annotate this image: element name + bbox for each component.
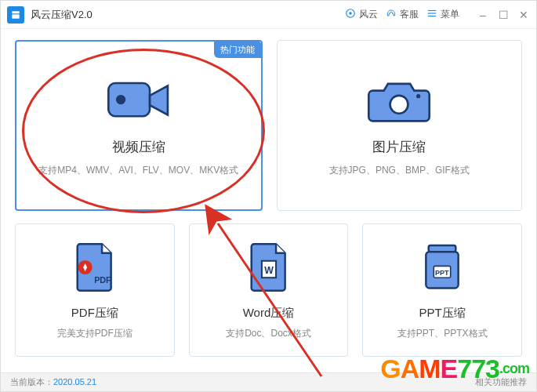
- titlebar: 风云压缩V2.0 风云 客服 菜单 –: [1, 1, 536, 29]
- word-icon: W: [245, 241, 292, 293]
- card-pdf-compress[interactable]: PDF PDF压缩 完美支持PDF压缩: [15, 223, 175, 357]
- svg-point-8: [116, 95, 125, 104]
- card-video-title: 视频压缩: [112, 138, 165, 156]
- svg-point-9: [390, 96, 408, 114]
- window-controls: – ☐ ✕: [477, 9, 530, 21]
- svg-rect-6: [428, 16, 437, 16]
- card-ppt-title: PPT压缩: [419, 306, 466, 321]
- header-right: 风云 客服 菜单 – ☐ ✕: [345, 8, 530, 21]
- card-video-sub: 支持MP4、WMV、AVI、FLV、MOV、MKV格式: [38, 164, 238, 177]
- row-2: PDF PDF压缩 完美支持PDF压缩 W Word压缩 支持Doc、: [15, 223, 522, 357]
- svg-rect-5: [428, 13, 437, 13]
- card-ppt-sub: 支持PPT、PPTX格式: [397, 327, 488, 340]
- card-ppt-compress[interactable]: PPT PPT压缩 支持PPT、PPTX格式: [362, 223, 522, 357]
- svg-rect-4: [428, 10, 437, 11]
- card-image-compress[interactable]: 图片压缩 支持JPG、PNG、BMP、GIF格式: [277, 40, 523, 211]
- statusbar: 当前版本：2020.05.21 相关功能推荐: [1, 372, 536, 391]
- menu-icon: [426, 8, 437, 21]
- svg-point-10: [416, 94, 420, 98]
- card-pdf-title: PDF压缩: [71, 306, 118, 321]
- svg-rect-7: [108, 83, 150, 116]
- card-pdf-sub: 完美支持PDF压缩: [57, 327, 132, 340]
- minimize-button[interactable]: –: [477, 9, 489, 21]
- maximize-button[interactable]: ☐: [497, 9, 510, 21]
- row-1: 热门功能 视频压缩 支持MP4、WMV、AVI、FLV、MOV、MKV格式: [15, 40, 522, 211]
- target-icon: [345, 8, 356, 21]
- menu-label: 菜单: [441, 8, 459, 21]
- kefu-link[interactable]: 客服: [386, 8, 419, 21]
- card-word-compress[interactable]: W Word压缩 支持Doc、Docx格式: [189, 223, 349, 357]
- video-icon: [104, 75, 173, 125]
- menu-link[interactable]: 菜单: [426, 8, 459, 21]
- svg-text:W: W: [264, 265, 274, 276]
- svg-text:PPT: PPT: [435, 269, 449, 277]
- card-image-sub: 支持JPG、PNG、BMP、GIF格式: [329, 164, 470, 177]
- card-video-compress[interactable]: 热门功能 视频压缩 支持MP4、WMV、AVI、FLV、MOV、MKV格式: [15, 40, 263, 211]
- headset-icon: [386, 8, 397, 21]
- kefu-label: 客服: [400, 8, 419, 21]
- app-icon: [7, 6, 24, 24]
- svg-text:PDF: PDF: [94, 275, 111, 285]
- card-image-title: 图片压缩: [372, 138, 426, 156]
- svg-rect-1: [12, 14, 19, 18]
- content-area: 热门功能 视频压缩 支持MP4、WMV、AVI、FLV、MOV、MKV格式: [1, 29, 536, 372]
- version-value: 2020.05.21: [53, 377, 96, 387]
- close-button[interactable]: ✕: [517, 9, 530, 21]
- fengyun-link[interactable]: 风云: [345, 8, 378, 21]
- card-word-sub: 支持Doc、Docx格式: [226, 327, 311, 340]
- hot-badge: 热门功能: [214, 42, 261, 58]
- fengyun-label: 风云: [359, 8, 378, 21]
- svg-point-3: [349, 12, 352, 15]
- ppt-icon: PPT: [419, 241, 466, 293]
- version-label: 当前版本：: [10, 377, 53, 387]
- status-right: 相关功能推荐: [475, 376, 527, 388]
- pdf-icon: PDF: [71, 241, 118, 293]
- app-title: 风云压缩V2.0: [31, 8, 345, 22]
- app-window: 风云压缩V2.0 风云 客服 菜单 –: [0, 0, 537, 392]
- version-text: 当前版本：2020.05.21: [10, 376, 96, 388]
- svg-rect-0: [12, 11, 19, 13]
- card-word-title: Word压缩: [243, 306, 295, 321]
- camera-icon: [365, 75, 434, 125]
